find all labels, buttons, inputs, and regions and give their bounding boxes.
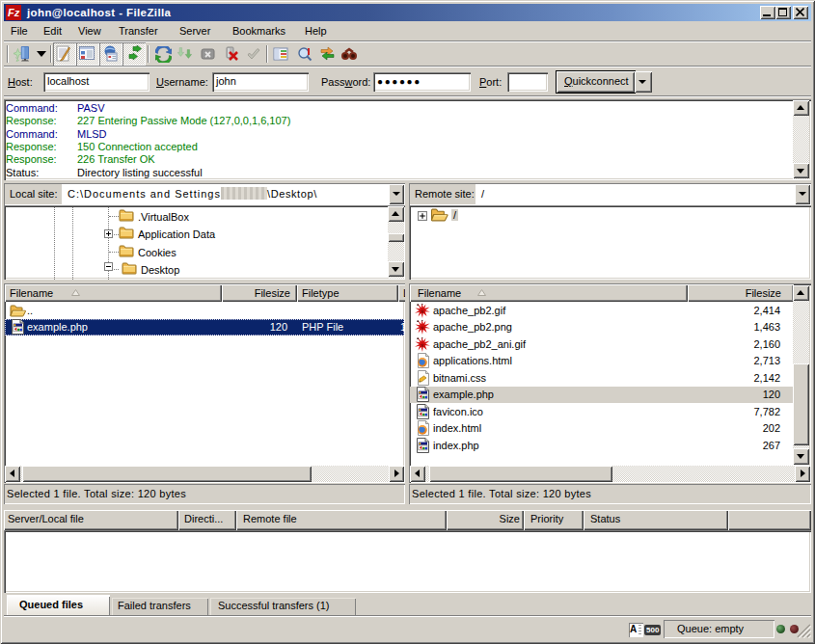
svg-text:Fz: Fz xyxy=(8,7,20,18)
